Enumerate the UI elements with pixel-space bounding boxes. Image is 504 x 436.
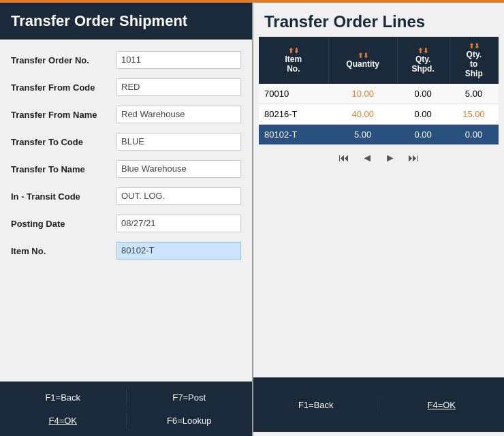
cell-quantity-1: 40.00 <box>328 104 397 125</box>
form-area: Transfer Order No.1011Transfer From Code… <box>0 40 252 382</box>
prev-page-btn[interactable]: ◄ <box>358 151 376 166</box>
form-row-5: In - Transit CodeOUT. LOG. <box>11 183 241 210</box>
form-label-4: Transfer To Name <box>11 164 116 174</box>
right-footer: F1=Back F4=OK <box>253 373 504 436</box>
form-label-7: Item No. <box>11 246 116 256</box>
form-row-0: Transfer Order No.1011 <box>11 46 241 74</box>
form-row-7: Item No.80102-T <box>11 237 241 264</box>
order-lines-table: ⬆⬇ItemNo. ⬆⬇Quantity ⬆⬇Qty.Shpd. ⬆⬇Qty.t… <box>259 37 499 145</box>
form-row-6: Posting Date08/27/21 <box>11 210 241 237</box>
right-panel: Transfer Order Lines ⬆⬇ItemNo. ⬆⬇Quantit… <box>252 0 504 436</box>
f6-lookup-btn[interactable]: F6=Lookup <box>127 413 253 429</box>
form-input-1[interactable]: RED <box>116 78 241 96</box>
footer-row-1: F1=Back F7=Post <box>0 390 252 405</box>
form-row-3: Transfer To CodeBLUE <box>11 128 241 155</box>
f1-back-btn[interactable]: F1=Back <box>0 390 127 405</box>
form-input-4[interactable]: Blue Warehouse <box>116 160 241 178</box>
form-input-2[interactable]: Red Warehouse <box>116 106 241 123</box>
right-panel-title: Transfer Order Lines <box>253 3 504 37</box>
footer-row-2: F4=OK F6=Lookup <box>0 413 252 429</box>
cell-quantity-2: 5.00 <box>328 125 397 145</box>
form-input-0[interactable]: 1011 <box>116 51 241 69</box>
right-f1-back-btn[interactable]: F1=Back <box>253 397 379 413</box>
right-f4-ok-btn[interactable]: F4=OK <box>379 397 505 413</box>
form-label-5: In - Transit Code <box>11 191 116 202</box>
form-input-3[interactable]: BLUE <box>116 133 241 151</box>
left-panel-title: Transfer Order Shipment <box>0 3 252 40</box>
form-input-5[interactable]: OUT. LOG. <box>116 187 241 205</box>
cell-qty-shpd-0: 0.00 <box>397 84 449 104</box>
col-qty-to-ship[interactable]: ⬆⬇Qty.toShip <box>449 37 499 84</box>
table-row-1[interactable]: 80216-T40.000.0015.00 <box>259 104 499 125</box>
right-footer-row-1: F1=Back F4=OK <box>253 397 504 413</box>
form-label-3: Transfer To Code <box>11 137 116 147</box>
form-input-6[interactable]: 08/27/21 <box>116 215 241 232</box>
last-page-btn[interactable]: ⏭ <box>405 151 422 166</box>
cell-qty-to-ship-0: 5.00 <box>449 84 499 104</box>
form-label-0: Transfer Order No. <box>11 55 116 65</box>
table-row-2[interactable]: 80102-T5.000.000.00 <box>259 125 499 145</box>
form-label-1: Transfer From Code <box>11 82 116 93</box>
right-footer-bar: F1=Back F4=OK <box>253 377 504 432</box>
left-footer: F1=Back F7=Post F4=OK F6=Lookup <box>0 382 252 436</box>
f4-ok-btn[interactable]: F4=OK <box>0 413 127 429</box>
cell-item-no-0: 70010 <box>259 84 328 104</box>
f7-post-btn[interactable]: F7=Post <box>127 390 253 405</box>
col-quantity[interactable]: ⬆⬇Quantity <box>328 37 397 84</box>
col-qty-shpd[interactable]: ⬆⬇Qty.Shpd. <box>397 37 449 84</box>
form-input-7[interactable]: 80102-T <box>116 242 241 260</box>
table-row-0[interactable]: 7001010.000.005.00 <box>259 84 499 104</box>
form-row-4: Transfer To NameBlue Warehouse <box>11 155 241 183</box>
first-page-btn[interactable]: ⏮ <box>335 151 353 166</box>
cell-item-no-1: 80216-T <box>259 104 328 125</box>
pagination: ⏮ ◄ ► ⏭ <box>259 145 499 171</box>
cell-item-no-2: 80102-T <box>259 125 328 145</box>
next-page-btn[interactable]: ► <box>381 151 399 166</box>
table-container: ⬆⬇ItemNo. ⬆⬇Quantity ⬆⬇Qty.Shpd. ⬆⬇Qty.t… <box>253 37 504 373</box>
form-label-2: Transfer From Name <box>11 110 116 120</box>
form-row-1: Transfer From CodeRED <box>11 74 241 101</box>
cell-qty-shpd-2: 0.00 <box>397 125 449 145</box>
form-label-6: Posting Date <box>11 219 116 229</box>
cell-qty-to-ship-2: 0.00 <box>449 125 499 145</box>
col-item-no[interactable]: ⬆⬇ItemNo. <box>259 37 328 84</box>
cell-quantity-0: 10.00 <box>328 84 397 104</box>
cell-qty-to-ship-1: 15.00 <box>449 104 499 125</box>
cell-qty-shpd-1: 0.00 <box>397 104 449 125</box>
form-row-2: Transfer From NameRed Warehouse <box>11 101 241 128</box>
left-panel: Transfer Order Shipment Transfer Order N… <box>0 0 252 436</box>
